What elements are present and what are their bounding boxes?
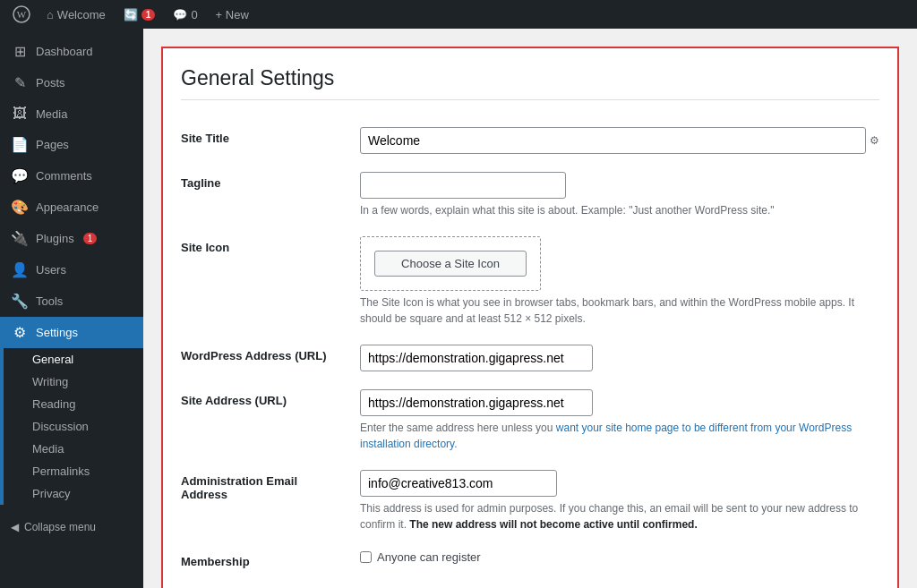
pages-icon: 📄	[11, 136, 29, 153]
membership-checkbox-label: Anyone can register	[377, 550, 481, 564]
settings-gear-icon: ⚙	[870, 134, 879, 147]
sidebar-label-plugins: Plugins	[36, 232, 74, 245]
site-address-row: Site Address (URL) Enter the same addres…	[181, 380, 879, 461]
site-icon-box: Choose a Site Icon	[360, 236, 541, 291]
site-address-description: Enter the same address here unless you w…	[360, 420, 879, 452]
tagline-description: In a few words, explain what this site i…	[360, 202, 879, 218]
main-content: General Settings Site Title ⚙ Tagline	[143, 29, 917, 588]
sidebar-label-dashboard: Dashboard	[36, 45, 93, 58]
collapse-icon: ◀	[11, 521, 19, 533]
submenu-reading[interactable]: Reading	[4, 393, 143, 415]
settings-icon: ⚙	[11, 324, 29, 341]
admin-email-description: This address is used for admin purposes.…	[360, 500, 879, 533]
adminbar-site-name[interactable]: ⌂ Welcome	[39, 0, 113, 29]
admin-email-input[interactable]	[360, 470, 557, 497]
updates-icon: 🔄	[124, 8, 138, 21]
plugins-icon: 🔌	[11, 230, 29, 247]
membership-label: Membership	[181, 541, 360, 582]
sidebar-item-tools[interactable]: 🔧 Tools	[0, 285, 143, 317]
site-address-label: Site Address (URL)	[181, 380, 360, 461]
sidebar-label-pages: Pages	[36, 138, 69, 151]
sidebar-item-pages[interactable]: 📄 Pages	[0, 129, 143, 160]
page-title: General Settings	[181, 66, 879, 100]
submenu-general[interactable]: General	[4, 348, 143, 371]
submenu-media[interactable]: Media	[4, 438, 143, 460]
wp-address-input[interactable]	[360, 345, 593, 371]
default-role-row: New User Default Role Subscriber Contrib…	[181, 582, 879, 588]
sidebar-item-appearance[interactable]: 🎨 Appearance	[0, 192, 143, 223]
sidebar-item-dashboard[interactable]: ⊞ Dashboard	[0, 36, 143, 67]
admin-email-row: Administration Email Address This addres…	[181, 461, 879, 541]
wp-address-row: WordPress Address (URL)	[181, 336, 879, 380]
submenu-permalinks[interactable]: Permalinks	[4, 460, 143, 482]
settings-submenu: General Writing Reading Discussion Media…	[0, 348, 143, 505]
site-icon-label: Site Icon	[181, 227, 360, 336]
site-address-input[interactable]	[360, 389, 593, 416]
sidebar-label-media: Media	[36, 107, 67, 121]
tagline-label: Tagline	[181, 163, 360, 227]
submenu-privacy[interactable]: Privacy	[4, 482, 143, 505]
default-role-label: New User Default Role	[181, 582, 360, 588]
plugins-badge: 1	[83, 233, 98, 244]
admin-sidebar: ⊞ Dashboard ✎ Posts 🖼 Media 📄 Pages 💬 Co…	[0, 29, 143, 588]
dashboard-icon: ⊞	[11, 43, 29, 60]
wp-logo[interactable]: W	[7, 5, 36, 23]
sidebar-label-comments: Comments	[36, 169, 92, 183]
site-icon-description: The Site Icon is what you see in browser…	[360, 294, 879, 327]
comments-icon: 💬	[11, 167, 29, 184]
sidebar-label-tools: Tools	[36, 294, 63, 308]
adminbar-comments[interactable]: 💬 0	[166, 0, 204, 29]
sidebar-item-media[interactable]: 🖼 Media	[0, 98, 143, 129]
adminbar-new[interactable]: + New	[209, 0, 256, 29]
site-title-input[interactable]	[360, 127, 866, 154]
admin-bar: W ⌂ Welcome 🔄 1 💬 0 + New	[0, 0, 917, 29]
tagline-row: Tagline In a few words, explain what thi…	[181, 163, 879, 227]
sidebar-label-posts: Posts	[36, 76, 65, 89]
membership-row: Membership Anyone can register	[181, 541, 879, 582]
membership-checkbox-row: Anyone can register	[360, 550, 879, 564]
users-icon: 👤	[11, 261, 29, 278]
submenu-discussion[interactable]: Discussion	[4, 415, 143, 438]
sidebar-label-users: Users	[36, 263, 66, 277]
sidebar-item-settings[interactable]: ⚙ Settings	[0, 317, 143, 348]
admin-email-label: Administration Email Address	[181, 461, 360, 541]
comment-icon: 💬	[173, 8, 187, 21]
wp-address-label: WordPress Address (URL)	[181, 336, 360, 380]
site-icon-row: Site Icon Choose a Site Icon The Site Ic…	[181, 227, 879, 336]
adminbar-updates[interactable]: 🔄 1	[116, 0, 163, 29]
sidebar-item-posts[interactable]: ✎ Posts	[0, 67, 143, 98]
collapse-menu-button[interactable]: ◀ Collapse menu	[0, 512, 143, 542]
sidebar-item-comments[interactable]: 💬 Comments	[0, 160, 143, 192]
media-icon: 🖼	[11, 106, 29, 122]
tagline-input[interactable]	[360, 172, 566, 199]
settings-wrap: General Settings Site Title ⚙ Tagline	[161, 47, 899, 588]
site-title-row: Site Title ⚙	[181, 118, 879, 163]
svg-text:W: W	[17, 9, 27, 20]
choose-site-icon-button[interactable]: Choose a Site Icon	[374, 251, 527, 277]
tools-icon: 🔧	[11, 293, 29, 310]
submenu-writing[interactable]: Writing	[4, 371, 143, 393]
site-icon: ⌂	[47, 8, 54, 21]
sidebar-item-plugins[interactable]: 🔌 Plugins 1	[0, 223, 143, 254]
sidebar-label-settings: Settings	[36, 326, 78, 339]
site-title-label: Site Title	[181, 118, 360, 163]
sidebar-item-users[interactable]: 👤 Users	[0, 254, 143, 285]
membership-checkbox[interactable]	[360, 551, 372, 563]
appearance-icon: 🎨	[11, 199, 29, 216]
settings-form: Site Title ⚙ Tagline In a few words, exp…	[181, 118, 879, 588]
posts-icon: ✎	[11, 74, 29, 91]
sidebar-label-appearance: Appearance	[36, 200, 99, 214]
